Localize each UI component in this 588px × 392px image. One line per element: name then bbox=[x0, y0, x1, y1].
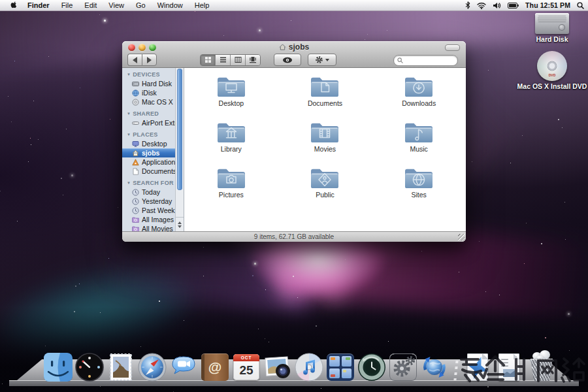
disclosure-triangle-icon[interactable]: ▼ bbox=[127, 112, 131, 116]
battery-icon[interactable] bbox=[508, 3, 519, 8]
folder-documents[interactable]: Documents bbox=[278, 74, 372, 115]
dock-address-book-icon[interactable]: @@ bbox=[200, 351, 230, 382]
dock-ichat-icon[interactable] bbox=[169, 351, 199, 382]
folder-music[interactable]: Music bbox=[372, 120, 466, 161]
list-view-button[interactable] bbox=[216, 55, 231, 65]
search-icon bbox=[397, 57, 403, 63]
dock-itunes-icon[interactable] bbox=[294, 351, 324, 382]
action-menu-button[interactable] bbox=[308, 54, 336, 66]
folder-icon bbox=[216, 165, 247, 190]
folder-movies[interactable]: Movies bbox=[278, 120, 372, 161]
dock-trash-icon[interactable] bbox=[525, 349, 558, 382]
menu-item-window[interactable]: Window bbox=[152, 0, 189, 10]
smartfolder-icon bbox=[132, 216, 139, 223]
folder-icon bbox=[216, 74, 247, 99]
dock-ical-icon[interactable]: OCT25OCT25 bbox=[231, 351, 261, 382]
dock-time-machine-icon[interactable] bbox=[357, 351, 387, 382]
home-icon bbox=[279, 44, 286, 50]
menu-item-finder[interactable]: Finder bbox=[22, 0, 56, 10]
coverflow-view-button[interactable] bbox=[246, 55, 260, 65]
clock-icon bbox=[132, 198, 139, 205]
home-icon bbox=[132, 150, 139, 157]
menu-bar: FinderFileEditViewGoWindowHelp Thu 12:51… bbox=[0, 0, 588, 11]
window-title: sjobs bbox=[122, 42, 466, 52]
dock-safari-icon[interactable] bbox=[137, 351, 167, 382]
dvd-disc-icon: DVD bbox=[537, 51, 567, 81]
dock-spaces-icon[interactable] bbox=[325, 351, 355, 382]
folder-desktop[interactable]: Desktop bbox=[184, 74, 278, 115]
desktop-icon bbox=[132, 140, 139, 148]
icon-view-button[interactable] bbox=[201, 55, 216, 65]
resize-grip[interactable] bbox=[458, 234, 465, 240]
apple-menu-icon[interactable] bbox=[7, 1, 22, 10]
folder-sites[interactable]: Sites bbox=[372, 165, 466, 206]
dock-software-update-icon[interactable] bbox=[419, 351, 449, 382]
folder-icon bbox=[309, 74, 340, 99]
icon-view-area: DesktopDocumentsDownloadsLibraryMoviesMu… bbox=[184, 68, 466, 232]
dock-finder-icon[interactable] bbox=[43, 351, 73, 382]
idisk-icon bbox=[132, 90, 139, 97]
status-bar: 9 items, 62.71 GB available bbox=[122, 231, 466, 242]
finder-window: sjobs ▼DEVICESHard DiskiDiskMac O bbox=[122, 41, 466, 242]
menu-item-view[interactable]: View bbox=[103, 0, 130, 10]
disclosure-triangle-icon[interactable]: ▼ bbox=[127, 181, 131, 185]
scrollbar-thumb[interactable] bbox=[177, 69, 182, 190]
dock-divider bbox=[451, 351, 461, 382]
folder-pictures[interactable]: Pictures bbox=[184, 165, 278, 206]
volume-icon[interactable] bbox=[493, 2, 501, 9]
hard-disk-icon bbox=[535, 13, 569, 34]
clock-icon bbox=[132, 207, 139, 214]
folder-downloads[interactable]: Downloads bbox=[372, 74, 466, 115]
folder-icon bbox=[403, 165, 434, 190]
menu-item-help[interactable]: Help bbox=[189, 0, 216, 10]
quick-look-button[interactable] bbox=[274, 54, 301, 66]
desktop-icon-hard-disk[interactable]: Hard Disk bbox=[516, 13, 588, 43]
sidebar-scrollbar[interactable] bbox=[175, 68, 184, 232]
dock-iphoto-icon[interactable] bbox=[263, 351, 293, 382]
column-view-button[interactable] bbox=[231, 55, 246, 65]
spotlight-icon[interactable] bbox=[577, 2, 584, 9]
search-input[interactable] bbox=[403, 56, 451, 64]
folder-public[interactable]: Public bbox=[278, 165, 372, 206]
menu-item-go[interactable]: Go bbox=[130, 0, 152, 10]
documents-icon bbox=[132, 168, 139, 175]
dock-stack-page-icon[interactable] bbox=[494, 351, 524, 382]
folder-icon bbox=[309, 120, 340, 144]
dock-dashboard-icon[interactable] bbox=[74, 351, 105, 382]
disc-icon bbox=[132, 99, 139, 106]
folder-icon bbox=[403, 74, 434, 99]
forward-button[interactable] bbox=[142, 54, 157, 66]
applications-icon bbox=[132, 159, 139, 166]
folder-icon bbox=[216, 120, 247, 144]
title-bar[interactable]: sjobs bbox=[122, 41, 466, 52]
dock-stack-documents-icon[interactable] bbox=[463, 351, 493, 382]
bluetooth-icon[interactable] bbox=[465, 1, 470, 9]
disclosure-triangle-icon[interactable]: ▼ bbox=[127, 133, 131, 137]
sidebar: ▼DEVICESHard DiskiDiskMac OS X I…▼SHARED… bbox=[122, 68, 184, 232]
harddisk-icon bbox=[132, 80, 139, 88]
menu-clock[interactable]: Thu 12:51 PM bbox=[525, 1, 570, 9]
scroll-down-arrow[interactable] bbox=[178, 225, 182, 230]
toolbar-toggle-capsule[interactable] bbox=[445, 44, 460, 51]
back-button[interactable] bbox=[127, 54, 142, 66]
scroll-up-arrow[interactable] bbox=[178, 220, 182, 224]
desktop: { "menu_bar": { "items": ["Finder", "Fil… bbox=[0, 0, 588, 392]
airport-icon bbox=[132, 120, 139, 127]
folder-icon bbox=[403, 120, 434, 144]
desktop-icon-install-dvd[interactable]: DVD Mac OS X Install DVD bbox=[506, 51, 588, 90]
dock-mail-icon[interactable] bbox=[106, 351, 136, 382]
clock-icon bbox=[132, 189, 139, 196]
disclosure-triangle-icon[interactable]: ▼ bbox=[127, 73, 131, 76]
folder-library[interactable]: Library bbox=[184, 120, 278, 161]
menu-item-edit[interactable]: Edit bbox=[78, 0, 103, 10]
toolbar bbox=[122, 52, 466, 67]
folder-icon bbox=[309, 165, 340, 190]
search-field[interactable] bbox=[393, 55, 458, 66]
menu-item-file[interactable]: File bbox=[56, 0, 79, 10]
dock: @@ OCT25OCT25 bbox=[0, 345, 588, 392]
dock-system-preferences-icon[interactable] bbox=[388, 351, 418, 382]
wifi-icon[interactable] bbox=[477, 2, 486, 9]
chevron-down-icon bbox=[325, 59, 329, 63]
view-mode-segmented-control bbox=[200, 54, 261, 66]
